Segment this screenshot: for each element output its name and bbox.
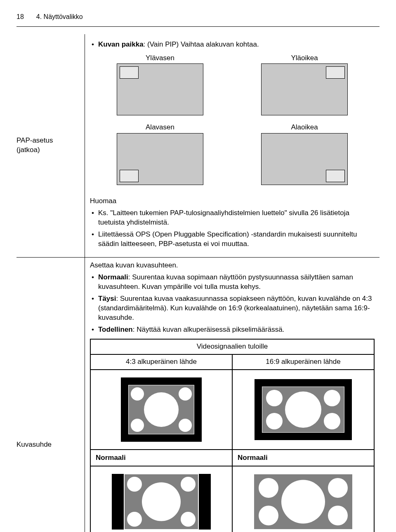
ar-col-169: 16:9 alkuperäinen lähde bbox=[232, 354, 374, 370]
svg-point-19 bbox=[127, 477, 142, 492]
row2-left: Kuvasuhde bbox=[16, 258, 85, 532]
ar-normal-169 bbox=[232, 466, 374, 532]
pip-col-tr: Yläoikea bbox=[247, 54, 362, 120]
svg-point-2 bbox=[131, 387, 144, 401]
aspect-list: Normaali: Suurentaa kuvaa sopimaan näytt… bbox=[90, 273, 375, 335]
row2-title: Kuvasuhde bbox=[16, 440, 83, 450]
page-header: 18 4. Näyttövalikko bbox=[16, 12, 380, 21]
pip-sub-tl bbox=[120, 66, 139, 79]
row1-left: PAP-asetus (jatkoa) bbox=[16, 34, 85, 258]
ar-src-169 bbox=[232, 370, 374, 450]
aspect-real: Todellinen: Näyttää kuvan alkuperäisessä… bbox=[92, 325, 375, 335]
pip-label-bl: Alavasen bbox=[102, 123, 218, 132]
aspect-full: Täysi: Suurentaa kuvaa vaakasuunnassa so… bbox=[92, 294, 375, 323]
pip-col-bl: Alavasen bbox=[102, 123, 218, 189]
aspect-real-rest: : Näyttää kuvan alkuperäisessä pikselimä… bbox=[133, 326, 285, 333]
svg-point-12 bbox=[324, 413, 340, 429]
row1-sub: (jatkoa) bbox=[16, 145, 83, 155]
pattern-169-icon bbox=[262, 387, 344, 433]
pattern-43-icon bbox=[128, 385, 194, 434]
svg-point-5 bbox=[179, 419, 192, 432]
section-title: 4. Näyttövalikko bbox=[36, 12, 83, 21]
svg-point-3 bbox=[179, 387, 192, 401]
aspect-full-rest: : Suurentaa kuvaa vaakasuunnassa sopiaks… bbox=[98, 295, 372, 321]
aspect-normal: Normaali: Suurentaa kuvaa sopimaan näytt… bbox=[92, 273, 375, 292]
ar-label-normal-l: Normaali bbox=[90, 450, 232, 466]
svg-point-29 bbox=[328, 506, 348, 525]
normal-43-icon bbox=[112, 474, 211, 530]
svg-point-4 bbox=[131, 419, 144, 432]
pip-box-bl bbox=[117, 133, 203, 185]
svg-point-28 bbox=[259, 506, 278, 525]
ar-label-normal-r: Normaali bbox=[232, 450, 374, 466]
svg-point-26 bbox=[259, 478, 278, 498]
row2-right: Asettaa kuvan kuvasuhteen. Normaali: Suu… bbox=[85, 258, 380, 532]
pip-box-tl bbox=[117, 63, 203, 115]
pip-intro: Kuvan paikka: (Vain PIP) Vaihtaa alakuva… bbox=[92, 40, 375, 49]
pip-box-tr bbox=[261, 63, 348, 115]
ar-col-43: 4:3 alkuperäinen lähde bbox=[90, 354, 232, 370]
svg-point-21 bbox=[127, 512, 142, 527]
row1-title: PAP-asetus bbox=[16, 136, 83, 145]
pip-intro-bold: Kuvan paikka bbox=[98, 40, 144, 48]
pip-sub-br bbox=[326, 170, 345, 182]
pip-label-tl: Ylävasen bbox=[102, 54, 218, 63]
svg-rect-16 bbox=[198, 474, 211, 530]
svg-point-9 bbox=[266, 390, 283, 406]
pip-label-br: Alaoikea bbox=[247, 123, 362, 132]
normal-169-icon bbox=[254, 474, 353, 530]
svg-point-8 bbox=[285, 391, 321, 428]
tv-frame-43-src bbox=[121, 377, 202, 442]
svg-point-18 bbox=[142, 483, 181, 521]
aspect-full-b: Täysi bbox=[98, 295, 116, 302]
ar-normal-43 bbox=[90, 466, 232, 532]
pip-col-br: Alaoikea bbox=[247, 123, 362, 189]
svg-point-1 bbox=[144, 392, 179, 427]
ar-title: Videosignaalien tuloille bbox=[90, 339, 374, 354]
page: 18 4. Näyttövalikko PAP-asetus (jatkoa) … bbox=[0, 0, 396, 532]
svg-point-20 bbox=[181, 477, 196, 492]
aspect-normal-rest: : Suurentaa kuvaa sopimaan näyttöön pyst… bbox=[98, 273, 353, 291]
aspect-normal-b: Normaali bbox=[98, 273, 128, 281]
svg-point-10 bbox=[324, 390, 340, 406]
pip-sub-tr bbox=[326, 66, 345, 79]
note-heading: Huomaa bbox=[90, 197, 375, 206]
ar-src-43 bbox=[90, 370, 232, 450]
svg-point-25 bbox=[281, 480, 325, 524]
pip-box-br bbox=[261, 133, 348, 185]
aspect-intro: Asettaa kuvan kuvasuhteen. bbox=[90, 261, 375, 270]
pip-grid: Ylävasen Yläoikea Alavasen Alaoikea bbox=[90, 54, 375, 190]
pip-intro-rest: : (Vain PIP) Vaihtaa alakuvan kohtaa. bbox=[144, 40, 259, 48]
svg-point-27 bbox=[328, 478, 348, 498]
pip-col-tl: Ylävasen bbox=[102, 54, 218, 120]
aspect-real-b: Todellinen bbox=[98, 326, 133, 333]
svg-point-11 bbox=[266, 413, 283, 429]
note-list: Ks. "Laitteen tukemien PAP-tulosignaaliy… bbox=[90, 209, 375, 249]
pip-intro-list: Kuvan paikka: (Vain PIP) Vaihtaa alakuva… bbox=[90, 40, 375, 49]
note-1: Ks. "Laitteen tukemien PAP-tulosignaaliy… bbox=[92, 209, 375, 227]
pip-sub-bl bbox=[120, 170, 139, 182]
page-number: 18 bbox=[16, 12, 24, 21]
content-table: PAP-asetus (jatkoa) Kuvan paikka: (Vain … bbox=[16, 34, 380, 532]
header-rule bbox=[16, 26, 380, 27]
svg-rect-15 bbox=[112, 474, 124, 530]
note-2: Liitettäessä OPS (Open Pluggable Specifi… bbox=[92, 230, 375, 249]
aspect-table: Videosignaalien tuloille 4:3 alkuperäine… bbox=[90, 339, 375, 532]
pip-label-tr: Yläoikea bbox=[247, 54, 362, 63]
svg-point-22 bbox=[181, 512, 196, 527]
row1-right: Kuvan paikka: (Vain PIP) Vaihtaa alakuva… bbox=[85, 34, 380, 258]
tv-frame-169-src bbox=[255, 379, 352, 440]
